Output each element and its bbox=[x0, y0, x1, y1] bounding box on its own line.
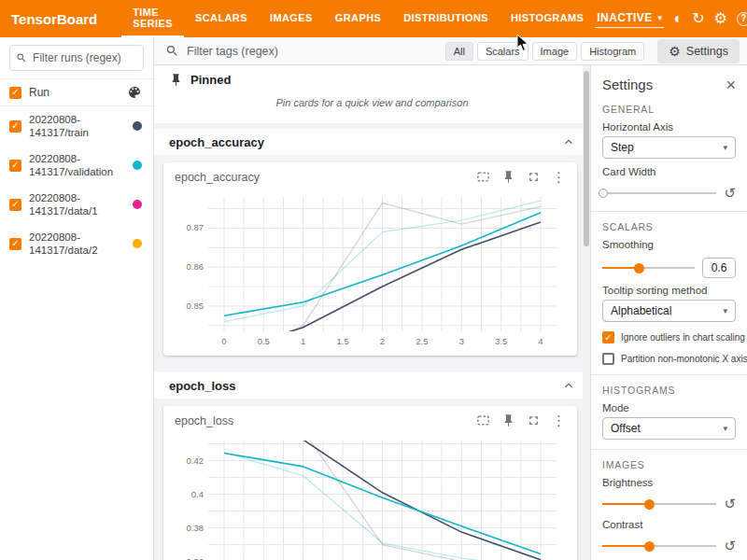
svg-text:0.5: 0.5 bbox=[258, 336, 270, 346]
pin-card-icon[interactable] bbox=[501, 170, 515, 184]
horizontal-axis-value: Step bbox=[611, 141, 634, 154]
chevron-down-icon: ▾ bbox=[723, 424, 727, 433]
contrast-slider[interactable] bbox=[602, 539, 716, 553]
tab-images[interactable]: IMAGES bbox=[259, 0, 324, 37]
reset-icon[interactable]: ↺ bbox=[724, 538, 736, 554]
slider-thumb[interactable] bbox=[634, 263, 644, 273]
run-color-dot bbox=[133, 239, 142, 248]
fullscreen-icon[interactable] bbox=[527, 413, 541, 427]
filter-tags-input[interactable] bbox=[187, 45, 392, 58]
pin-card-icon[interactable] bbox=[501, 413, 515, 427]
horizontal-axis-label: Horizontal Axis bbox=[602, 121, 736, 133]
section-header-epoch-loss[interactable]: epoch_loss bbox=[154, 372, 590, 399]
ignore-outliers-row[interactable]: ✓ Ignore outliers in chart scaling bbox=[602, 331, 736, 343]
chevron-down-icon: ▾ bbox=[723, 306, 727, 315]
palette-icon[interactable] bbox=[127, 85, 142, 100]
histogram-mode-select[interactable]: Offset ▾ bbox=[602, 417, 736, 440]
tab-histograms[interactable]: HISTOGRAMS bbox=[500, 0, 595, 37]
smoothing-value-input[interactable]: 0.6 bbox=[702, 258, 736, 278]
kebab-menu-icon[interactable]: ⋮ bbox=[552, 170, 566, 184]
ignore-outliers-checkbox[interactable]: ✓ bbox=[602, 331, 614, 343]
slider-thumb[interactable] bbox=[644, 541, 655, 552]
run-checkbox[interactable]: ✓ bbox=[9, 199, 21, 211]
run-color-dot bbox=[133, 200, 142, 209]
filter-runs-input[interactable] bbox=[33, 51, 137, 64]
run-name: 20220808-141317/validation bbox=[29, 152, 122, 178]
slider-thumb[interactable] bbox=[599, 189, 608, 198]
run-checkbox[interactable]: ✓ bbox=[9, 160, 21, 172]
run-checkbox[interactable]: ✓ bbox=[9, 120, 21, 133]
scrollbar-thumb[interactable] bbox=[584, 71, 589, 246]
brightness-slider[interactable] bbox=[602, 497, 716, 511]
help-icon[interactable]: ? bbox=[737, 12, 747, 26]
close-icon[interactable]: × bbox=[726, 77, 736, 92]
tab-time-series[interactable]: TIME SERIES bbox=[121, 0, 184, 37]
filter-tags-box[interactable] bbox=[165, 44, 445, 58]
check-icon: ✓ bbox=[11, 121, 19, 131]
tab-graphs[interactable]: GRAPHS bbox=[324, 0, 392, 37]
run-row-data-2[interactable]: ✓ 20220808-141317/data/2 bbox=[0, 224, 153, 263]
select-all-runs-checkbox[interactable]: ✓ bbox=[9, 87, 21, 99]
cards-scroll-area[interactable]: Pinned Pin cards for a quick view and co… bbox=[154, 65, 590, 560]
fit-to-data-icon[interactable] bbox=[476, 413, 490, 427]
contrast-label: Contrast bbox=[602, 519, 736, 530]
runs-sidebar: ✓ Run ✓ 20220808-141317/train ✓ 20220808… bbox=[0, 37, 154, 560]
run-color-dot bbox=[133, 161, 142, 170]
app-title: TensorBoard bbox=[11, 11, 97, 27]
filter-runs-box[interactable] bbox=[9, 45, 144, 71]
run-checkbox[interactable]: ✓ bbox=[9, 238, 21, 250]
gear-icon[interactable]: ⚙ bbox=[714, 11, 727, 26]
smoothing-slider[interactable] bbox=[602, 261, 695, 274]
pin-icon bbox=[169, 73, 183, 87]
svg-text:0.4: 0.4 bbox=[191, 489, 204, 499]
right-region: All Scalars Image Histogram ⚙ Settings bbox=[154, 37, 747, 560]
tab-distributions[interactable]: DISTRIBUTIONS bbox=[392, 0, 500, 37]
tags-toolbar: All Scalars Image Histogram ⚙ Settings bbox=[154, 37, 747, 65]
run-name: 20220808-141317/train bbox=[29, 113, 122, 139]
reload-status-select[interactable]: INACTIVE ▾ bbox=[595, 9, 664, 28]
chevron-up-icon[interactable] bbox=[562, 135, 575, 148]
epoch-loss-chart[interactable]: 00.511.522.533.540.360.380.40.42 bbox=[175, 433, 566, 560]
fullscreen-icon[interactable] bbox=[527, 170, 541, 184]
run-row-train[interactable]: ✓ 20220808-141317/train bbox=[0, 106, 153, 146]
histogram-mode-value: Offset bbox=[611, 422, 641, 435]
settings-button[interactable]: ⚙ Settings bbox=[657, 39, 740, 63]
chevron-up-icon[interactable] bbox=[562, 379, 575, 392]
partition-x-row[interactable]: ✓ Partition non-monotonic X axis bbox=[602, 353, 736, 365]
chip-histogram[interactable]: Histogram bbox=[581, 42, 644, 61]
pinned-header: Pinned bbox=[154, 65, 590, 93]
run-name: 20220808-141317/data/2 bbox=[29, 231, 122, 257]
horizontal-axis-select[interactable]: Step ▾ bbox=[602, 136, 736, 159]
check-icon: ✓ bbox=[11, 200, 19, 209]
check-icon: ✓ bbox=[11, 239, 19, 248]
theme-toggle-icon[interactable]: ◐ bbox=[673, 11, 683, 26]
run-row-validation[interactable]: ✓ 20220808-141317/validation bbox=[0, 146, 153, 185]
main-scrollbar[interactable] bbox=[583, 65, 590, 560]
chip-all[interactable]: All bbox=[445, 42, 473, 61]
divider bbox=[591, 374, 747, 375]
svg-text:2: 2 bbox=[380, 336, 385, 346]
svg-text:0.85: 0.85 bbox=[187, 301, 204, 311]
tab-scalars[interactable]: SCALARS bbox=[184, 0, 259, 37]
reset-icon[interactable]: ↺ bbox=[724, 185, 736, 202]
refresh-icon[interactable]: ↻ bbox=[692, 11, 704, 26]
scalar-card-epoch-accuracy: epoch_accuracy ⋮ 00.511.522.533.540.850.… bbox=[163, 162, 577, 356]
chip-image[interactable]: Image bbox=[532, 42, 578, 61]
chip-scalars[interactable]: Scalars bbox=[477, 42, 529, 61]
card-width-slider[interactable] bbox=[602, 187, 716, 200]
kebab-menu-icon[interactable]: ⋮ bbox=[552, 413, 566, 427]
check-icon: ✓ bbox=[11, 88, 19, 97]
run-color-dot bbox=[133, 121, 142, 131]
card-width-label: Card Width bbox=[602, 166, 736, 177]
partition-x-checkbox[interactable]: ✓ bbox=[602, 353, 614, 365]
svg-text:3: 3 bbox=[459, 336, 464, 346]
slider-thumb[interactable] bbox=[644, 499, 655, 510]
fit-to-data-icon[interactable] bbox=[476, 170, 490, 184]
reset-icon[interactable]: ↺ bbox=[724, 496, 736, 512]
epoch-accuracy-chart[interactable]: 00.511.522.533.540.850.860.87 bbox=[175, 189, 566, 348]
settings-panel-title: Settings bbox=[602, 77, 653, 92]
section-header-epoch-accuracy[interactable]: epoch_accuracy bbox=[154, 129, 590, 155]
tooltip-sorting-select[interactable]: Alphabetical ▾ bbox=[602, 300, 736, 322]
run-row-data-1[interactable]: ✓ 20220808-141317/data/1 bbox=[0, 185, 153, 224]
card-actions: ⋮ bbox=[476, 170, 566, 184]
